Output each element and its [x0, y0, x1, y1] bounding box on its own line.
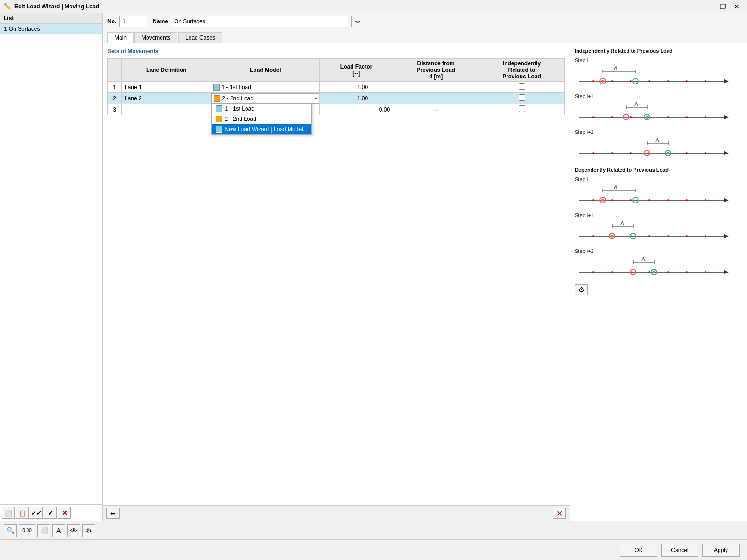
svg-text:Δ: Δ [620, 220, 624, 227]
step-i1-label: Step i+1 [575, 93, 742, 99]
svg-point-38 [592, 152, 594, 154]
svg-point-43 [686, 152, 688, 154]
dropdown-item-3[interactable]: New Load Wizard | Load Model... [212, 124, 311, 134]
step-i-svg: d [575, 65, 733, 88]
svg-point-28 [705, 116, 706, 118]
copy-item-button[interactable]: 📋 [16, 507, 29, 519]
dropdown-arrow: ▾ [315, 96, 317, 101]
maximize-button[interactable]: ❐ [716, 2, 729, 11]
name-input[interactable] [171, 16, 348, 27]
settings-button[interactable]: ⚙ [82, 524, 95, 537]
minimize-button[interactable]: ─ [702, 2, 715, 11]
load-factor-input[interactable] [345, 84, 368, 91]
check-button[interactable]: ✔ [44, 507, 57, 519]
close-button[interactable]: ✕ [730, 2, 743, 11]
select-button[interactable]: ⬜ [37, 524, 50, 537]
table-row[interactable]: 3 0.00 ··· [108, 104, 565, 115]
row-load-model[interactable]: 1 - 1st Load [211, 82, 320, 93]
svg-point-22 [592, 116, 594, 118]
apply-button[interactable]: Apply [702, 544, 740, 557]
name-group: Name ✏ [153, 16, 364, 27]
svg-point-90 [667, 271, 669, 273]
delete-button[interactable]: ✕ [58, 507, 71, 519]
row-load-factor[interactable] [320, 82, 393, 93]
svg-point-26 [667, 116, 669, 118]
load-factor-input[interactable] [345, 95, 368, 102]
table-row[interactable]: 2 Lane 2 2 - 2nd Load ▾ [108, 93, 565, 104]
indep-checkbox[interactable] [519, 94, 525, 101]
item-label-3: New Load Wizard | Load Model... [225, 126, 308, 133]
sidebar-item-0[interactable]: 1 On Surfaces [0, 24, 102, 34]
item-label-1: 1 - 1st Load [225, 105, 254, 112]
right-panel: No. Name ✏ Main Movements Load Cases [103, 13, 747, 521]
row-num: 2 [108, 93, 122, 104]
svg-point-10 [667, 80, 669, 82]
view-button[interactable]: 👁 [67, 524, 80, 537]
svg-text:Δ: Δ [641, 256, 645, 263]
app-icon: ✏️ [4, 3, 12, 10]
footer: OK Cancel Apply [0, 539, 747, 560]
svg-marker-21 [724, 115, 729, 119]
no-input[interactable] [119, 16, 147, 27]
svg-point-60 [705, 199, 706, 201]
row-lane-def: Lane 2 [122, 93, 211, 104]
svg-marker-5 [724, 79, 729, 83]
diagram-settings-button[interactable]: ⚙ [575, 284, 588, 295]
svg-point-59 [686, 199, 688, 201]
main-content: Sets of Movements Lane Definition Load M… [103, 43, 570, 521]
sidebar-item-label: On Surfaces [9, 26, 40, 32]
svg-point-6 [592, 80, 594, 82]
tab-load-cases[interactable]: Load Cases [178, 32, 222, 43]
edit-name-button[interactable]: ✏ [351, 16, 364, 27]
tab-movements[interactable]: Movements [134, 32, 177, 43]
row-indep[interactable] [479, 82, 565, 93]
indep-checkbox[interactable] [519, 105, 525, 112]
svg-point-56 [630, 199, 632, 201]
row-dist-prev: ··· [393, 104, 479, 115]
svg-text:d: d [614, 65, 618, 72]
new-item-button[interactable]: ⬜ [2, 507, 15, 519]
title-bar-controls: ─ ❐ ✕ [702, 2, 743, 11]
name-label: Name [153, 18, 168, 25]
text-button[interactable]: A [52, 524, 65, 537]
table-row[interactable]: 1 Lane 1 1 - 1st Load [108, 82, 565, 93]
svg-point-76 [705, 235, 706, 237]
svg-point-78 [611, 235, 613, 238]
col-load-factor: Load Factor[--] [320, 59, 393, 82]
load-model-dropdown[interactable]: 2 - 2nd Load ▾ [211, 93, 320, 104]
indep-checkbox[interactable] [519, 83, 525, 90]
dep-step-i2-label: Step i+2 [575, 248, 742, 254]
row-dist-prev [393, 82, 479, 93]
row-indep[interactable] [479, 104, 565, 115]
col-indep: IndependentlyRelated toPrevious Load [479, 59, 565, 82]
row-load-factor[interactable] [320, 93, 393, 104]
content-bottom-toolbar: ⬅ ✕ [103, 505, 570, 521]
search-button[interactable]: 🔍 [4, 524, 17, 537]
row-indep[interactable] [479, 93, 565, 104]
table-header-row: Lane Definition Load Model Load Factor[-… [108, 59, 565, 82]
load-model-selected: 2 - 2nd Load [222, 95, 254, 102]
dep-step-i1-label: Step i+1 [575, 212, 742, 218]
import-button[interactable]: ⬅ [106, 508, 120, 519]
tabs-row: Main Movements Load Cases [103, 30, 747, 43]
cancel-button[interactable]: Cancel [661, 544, 698, 557]
svg-point-39 [611, 152, 613, 154]
check-all-button[interactable]: ✔✔ [30, 507, 43, 519]
no-group: No. [107, 16, 147, 27]
dropdown-item-1[interactable]: 1 - 1st Load [212, 104, 311, 114]
delete-row-button[interactable]: ✕ [553, 508, 566, 519]
svg-marker-69 [724, 234, 729, 238]
dropdown-item-2[interactable]: 2 - 2nd Load [212, 114, 311, 124]
svg-point-14 [601, 80, 604, 83]
row-load-model[interactable]: 2 - 2nd Load ▾ 1 - 1st Load [211, 93, 320, 104]
dependently-title: Dependently Related to Previous Load [575, 167, 742, 173]
svg-marker-53 [724, 198, 729, 202]
svg-point-86 [592, 271, 594, 273]
row-load-factor[interactable]: 0.00 [320, 104, 393, 115]
tab-main[interactable]: Main [107, 32, 134, 43]
col-lane-def: Lane Definition [122, 59, 211, 82]
svg-point-24 [630, 116, 632, 118]
dep-step-i2-svg: Δ [575, 256, 733, 279]
coord-button[interactable]: 0.00 [19, 524, 35, 537]
ok-button[interactable]: OK [620, 544, 657, 557]
